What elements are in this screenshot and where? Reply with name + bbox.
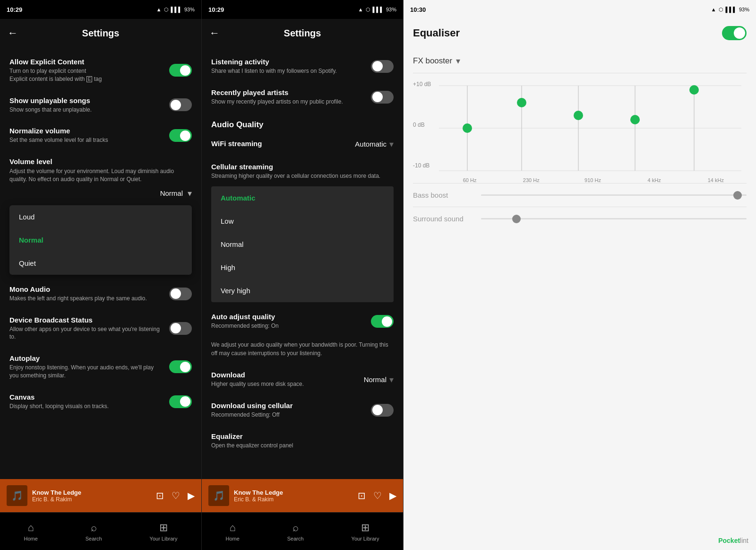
left-heart-icon[interactable]: ♡	[172, 490, 180, 501]
setting-auto-adjust: Auto adjust quality Recommended setting:…	[202, 306, 403, 337]
download-desc: Higher quality uses more disk space.	[211, 380, 358, 388]
setting-canvas: Canvas Display short, looping visuals on…	[0, 386, 201, 417]
left-content: Allow Explicit Content Turn on to play e…	[0, 47, 201, 479]
left-nav-home[interactable]: ⌂ Home	[19, 520, 42, 543]
eq-power-toggle[interactable]	[722, 26, 747, 40]
surround-thumb[interactable]	[512, 215, 521, 223]
left-panel: 10:29 ▲ ⬡ ▌▌▌ 93% ← Settings Allow Expli…	[0, 0, 202, 550]
mid-nav-search[interactable]: ⌕ Search	[283, 520, 309, 543]
toggle-autoplay[interactable]	[169, 360, 192, 373]
setting-equalizer: Equalizer Open the equalizer control pan…	[202, 426, 403, 456]
toggle-broadcast[interactable]	[169, 322, 192, 335]
setting-unplayable: Show unplayable songs Show songs that ar…	[0, 90, 201, 121]
left-now-playing[interactable]: 🎵 Know The Ledge Eric B. & Rakim ⊡ ♡ ▶	[0, 479, 201, 512]
dropdown-automatic[interactable]: Automatic	[211, 186, 394, 210]
bass-boost-thumb[interactable]	[733, 191, 742, 200]
dropdown-very-high[interactable]: Very high	[211, 279, 394, 302]
left-track-artist: Eric B. & Rakim	[32, 496, 151, 503]
mid-play-icon[interactable]: ▶	[389, 490, 396, 501]
setting-listening: Listening activity Share what I listen t…	[202, 51, 403, 82]
left-header-title: Settings	[18, 28, 183, 39]
eq-content: FX booster ▾ +10 dB 0 dB -10 dB	[404, 47, 756, 550]
eq-label-plus10: +10 dB	[413, 81, 439, 87]
left-nav-search[interactable]: ⌕ Search	[81, 520, 107, 543]
mid-devices-icon[interactable]: ⊡	[358, 490, 366, 501]
home-icon: ⌂	[27, 522, 34, 534]
setting-wifi: WiFi streaming Automatic ▾	[202, 132, 403, 156]
svg-point-10	[630, 115, 640, 124]
left-header: ← Settings	[0, 19, 201, 47]
mid-battery-icon: 93%	[386, 7, 396, 12]
fx-booster-row[interactable]: FX booster ▾	[413, 47, 747, 73]
setting-autoplay-title: Autoplay	[9, 354, 163, 362]
mid-nav-library[interactable]: ⊞ Your Library	[347, 520, 384, 543]
surround-sound-row: Surround sound	[413, 207, 747, 230]
download-chevron-icon: ▾	[389, 375, 394, 385]
dropdown-normal[interactable]: Normal	[9, 228, 192, 252]
bass-boost-track[interactable]	[481, 194, 747, 196]
left-nav-library[interactable]: ⊞ Your Library	[145, 520, 182, 543]
mid-back-button[interactable]: ←	[209, 27, 220, 39]
setting-mono: Mono Audio Makes the left and right spea…	[0, 279, 201, 309]
mid-heart-icon[interactable]: ♡	[373, 490, 382, 501]
download-title: Download	[211, 371, 358, 379]
toggle-recent-artists[interactable]	[371, 91, 394, 104]
bass-boost-row: Bass boost	[413, 183, 747, 207]
mid-track-title: Know The Ledge	[234, 489, 353, 496]
surround-track[interactable]	[481, 218, 747, 219]
toggle-auto-adjust[interactable]	[371, 315, 394, 328]
recent-artists-desc: Show my recently played artists on my pu…	[211, 98, 365, 106]
toggle-canvas[interactable]	[169, 395, 192, 408]
setting-unplayable-title: Show unplayable songs	[9, 96, 163, 105]
toggle-unplayable[interactable]	[169, 98, 192, 111]
left-bottom-nav: ⌂ Home ⌕ Search ⊞ Your Library	[0, 512, 201, 550]
listening-desc: Share what I listen to with my followers…	[211, 67, 365, 75]
dropdown-loud[interactable]: Loud	[9, 205, 192, 228]
setting-normalize: Normalize volume Set the same volume lev…	[0, 120, 201, 151]
search-icon: ⌕	[91, 522, 97, 534]
left-back-button[interactable]: ←	[8, 27, 18, 39]
setting-volume: Volume level Adjust the volume for your …	[0, 151, 201, 205]
toggle-normalize[interactable]	[169, 129, 192, 142]
left-devices-icon[interactable]: ⊡	[156, 490, 164, 501]
setting-normalize-title: Normalize volume	[9, 127, 163, 135]
cellular-dropdown: Automatic Low Normal High Very high	[211, 186, 394, 302]
left-status-icons: ▲ ⬡ ▌▌▌ 93%	[156, 7, 195, 13]
setting-broadcast: Device Broadcast Status Allow other apps…	[0, 309, 201, 348]
left-status-time: 10:29	[7, 6, 22, 13]
left-play-icon[interactable]: ▶	[188, 490, 195, 501]
mid-nav-home[interactable]: ⌂ Home	[221, 520, 244, 543]
mid-nav-library-label: Your Library	[352, 536, 379, 541]
watermark: Pocketlint	[718, 537, 748, 544]
dropdown-normal-opt[interactable]: Normal	[211, 233, 394, 256]
eq-title: Equaliser	[413, 27, 460, 39]
setting-autoplay: Autoplay Enjoy nonstop listening. When y…	[0, 348, 201, 386]
toggle-explicit[interactable]	[169, 64, 192, 77]
mid-bars-icon: ▌▌▌	[373, 7, 384, 12]
equalizer-title: Equalizer	[211, 432, 394, 440]
dropdown-high[interactable]: High	[211, 256, 394, 279]
fx-chevron-icon: ▾	[456, 56, 460, 66]
setting-explicit: Allow Explicit Content Turn on to play e…	[0, 51, 201, 90]
mid-nav-search-label: Search	[287, 536, 304, 541]
dropdown-low[interactable]: Low	[211, 210, 394, 233]
right-signal-icon: ▲	[711, 7, 716, 12]
toggle-download-cellular[interactable]	[371, 404, 394, 417]
setting-normalize-desc: Set the same volume level for all tracks	[9, 136, 163, 144]
library-icon: ⊞	[159, 522, 168, 534]
download-value: Normal	[364, 375, 387, 384]
mid-library-icon: ⊞	[361, 522, 369, 534]
left-player-controls: ⊡ ♡ ▶	[156, 490, 195, 501]
setting-autoplay-desc: Enjoy nonstop listening. When your audio…	[9, 364, 163, 380]
mid-status-time: 10:29	[208, 6, 224, 13]
svg-point-4	[463, 123, 472, 133]
volume-chevron-icon[interactable]: ▾	[188, 188, 192, 199]
setting-mono-title: Mono Audio	[9, 285, 163, 293]
toggle-mono[interactable]	[169, 288, 192, 300]
dropdown-quiet[interactable]: Quiet	[9, 252, 192, 275]
toggle-listening[interactable]	[371, 60, 394, 73]
mid-now-playing[interactable]: 🎵 Know The Ledge Eric B. & Rakim ⊡ ♡ ▶	[202, 479, 403, 512]
volume-title: Volume level	[9, 157, 192, 166]
wifi-chevron-icon: ▾	[389, 139, 394, 149]
auto-adjust-desc-short: Recommended setting: On	[211, 322, 365, 330]
